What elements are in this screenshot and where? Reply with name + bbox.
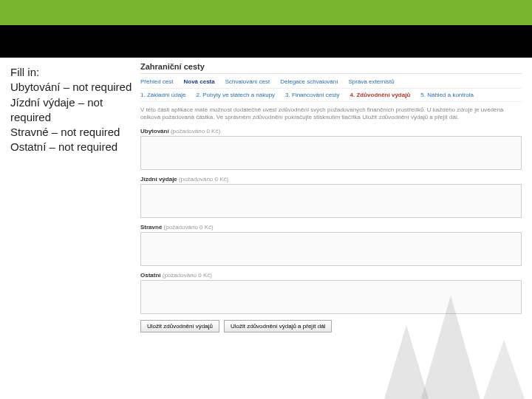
instructions-heading: Fill in: [10, 65, 134, 80]
tab-schvalovani-cest[interactable]: Schvalování cest [225, 78, 270, 85]
tab-prehled-cest[interactable]: Přehled cest [140, 78, 173, 85]
topbar-green [0, 0, 532, 25]
field-block-jizdni-vydaje: Jízdní výdaje (požadováno 0 Kč) [140, 176, 522, 219]
field-label-ostatni: Ostatní (požadováno 0 Kč) [140, 272, 522, 279]
field-muted: (požadováno 0 Kč) [179, 176, 228, 183]
field-label-stravne: Stravné (požadováno 0 Kč) [140, 224, 522, 231]
field-name: Stravné [140, 224, 162, 231]
steps-row: 1. Základní údaje 2. Pobyty ve státech a… [140, 88, 522, 102]
instruction-line: Jízdní výdaje – not required [10, 95, 134, 126]
field-block-stravne: Stravné (požadováno 0 Kč) [140, 224, 522, 267]
field-label-ubytovani: Ubytování (požadováno 0 Kč) [140, 128, 522, 134]
instruction-line: Stravné – not required [10, 125, 134, 140]
tabs-row: Přehled cest Nová cesta Schvalování cest… [140, 78, 522, 85]
field-label-jizdni-vydaje: Jízdní výdaje (požadováno 0 Kč) [140, 176, 522, 183]
save-button[interactable]: Uložit zdůvodnění výdajů [140, 320, 219, 332]
triangle-decoration-icon [483, 340, 525, 399]
tab-sprava-externistu[interactable]: Správa externistů [348, 78, 394, 85]
step-4[interactable]: 4. Zdůvodnění výdajů [349, 92, 410, 98]
step-2[interactable]: 2. Pobyty ve státech a nákupy [196, 92, 275, 98]
tab-delegace-schvalovani[interactable]: Delegace schvalování [280, 78, 338, 85]
triangle-decoration-icon [421, 296, 480, 399]
instructions-pane: Fill in: Ubytování – not required Jízdní… [0, 58, 140, 399]
instruction-line: Ubytování – not required [10, 80, 134, 95]
textarea-jizdni-vydaje[interactable] [140, 184, 522, 218]
field-name: Ubytování [140, 128, 169, 134]
panel-title: Zahraniční cesty [140, 62, 522, 74]
step-5[interactable]: 5. Náhled a kontrola [420, 92, 474, 98]
field-muted: (požadováno 0 Kč) [164, 224, 214, 231]
save-next-button[interactable]: Uložit zdůvodnění výdajů a přejít dál [224, 320, 332, 332]
tab-nova-cesta[interactable]: Nová cesta [183, 78, 214, 85]
field-muted: (požadováno 0 Kč) [163, 272, 212, 279]
field-muted: (požadováno 0 Kč) [171, 128, 220, 134]
topbar-black [0, 25, 532, 58]
field-block-ubytovani: Ubytování (požadováno 0 Kč) [140, 128, 522, 171]
textarea-stravne[interactable] [140, 232, 522, 266]
helptext: V této části aplikace máte možnost dodat… [140, 106, 522, 122]
field-name: Ostatní [140, 272, 161, 279]
step-1[interactable]: 1. Základní údaje [140, 92, 185, 98]
instruction-line: Ostatní – not required [10, 140, 134, 154]
textarea-ubytovani[interactable] [140, 136, 522, 170]
field-name: Jízdní výdaje [140, 176, 177, 183]
step-3[interactable]: 3. Financování cesty [285, 92, 339, 98]
